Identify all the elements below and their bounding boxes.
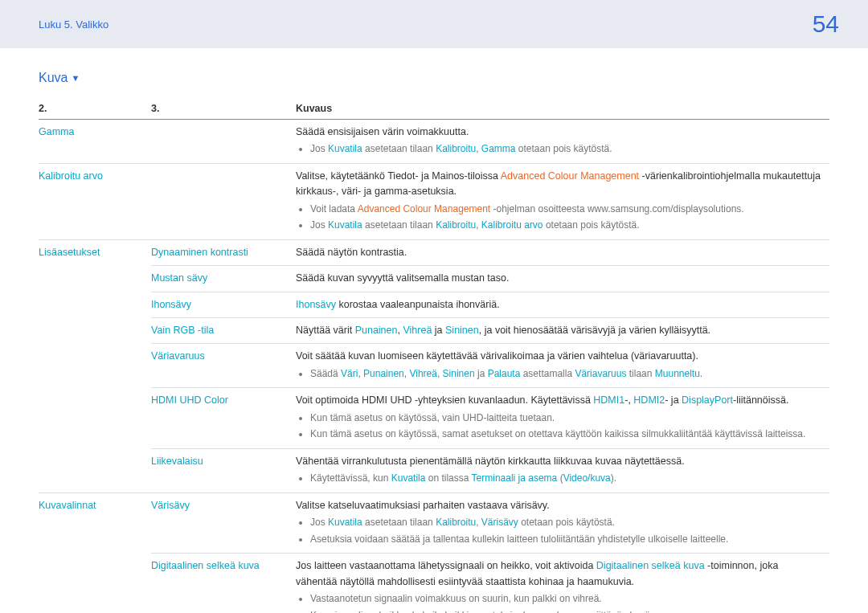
sub-dynaaminen-kontrasti: Dynaaminen kontrasti [151, 239, 296, 265]
sub-vain-rgb: Vain RGB -tila [151, 318, 296, 344]
sub-mustan-savy: Mustan sävy [151, 266, 296, 292]
desc-mustan-savy: Säädä kuvan syvyyttä valitsemalla mustan… [296, 266, 829, 292]
chevron-down-icon: ▼ [71, 73, 80, 83]
sub-variavaruus: Väriavaruus [151, 344, 296, 388]
table-row: Vain RGB -tila Näyttää värit Punainen, V… [39, 318, 829, 344]
desc-dynaaminen-kontrasti: Säädä näytön kontrastia. [296, 239, 829, 265]
table-row: Väriavaruus Voit säätää kuvan luomiseen … [39, 344, 829, 388]
col-header-2: 2. [39, 98, 151, 120]
col-header-3: 3. [151, 98, 296, 120]
sub-liikevalaisu: Liikevalaisu [151, 448, 296, 492]
table-row: Mustan sävy Säädä kuvan syvyyttä valitse… [39, 266, 829, 292]
page-number: 54 [813, 10, 839, 38]
setting-gamma: Gamma [39, 120, 151, 164]
table-row: Digitaalinen selkeä kuva Jos laitteen va… [39, 554, 829, 613]
table-row: Liikevalaisu Vähentää virrankulutusta pi… [39, 448, 829, 492]
desc-ihonsavy: Ihonsävy korostaa vaaleanpunaista ihonvä… [296, 292, 829, 317]
section-title: Kuva ▼ [39, 71, 829, 85]
settings-table: 2. 3. Kuvaus Gamma Säädä ensisijaisen vä… [39, 98, 829, 613]
table-row: Gamma Säädä ensisijaisen värin voimakkuu… [39, 120, 829, 164]
desc-digitaalinen-selkea-kuva: Jos laitteen vastaanottama lähetyssignaa… [296, 554, 829, 613]
desc-kalibroitu-arvo: Valitse, käytetäänkö Tiedot- ja Mainos-t… [296, 163, 829, 239]
setting-lisaasetukset: Lisäasetukset [39, 239, 151, 492]
desc-vain-rgb: Näyttää värit Punainen, Vihreä ja Sinine… [296, 318, 829, 344]
table-row: HDMI UHD Color Voit optimoida HDMI UHD -… [39, 388, 829, 449]
table-row: Kalibroitu arvo Valitse, käytetäänkö Tie… [39, 163, 829, 239]
col-header-desc: Kuvaus [296, 98, 829, 120]
sub-varisavy: Värisävy [151, 492, 296, 554]
desc-liikevalaisu: Vähentää virrankulutusta pienentämällä n… [296, 448, 829, 492]
desc-variavaruus: Voit säätää kuvan luomiseen käytettävää … [296, 344, 829, 388]
setting-kalibroitu-arvo: Kalibroitu arvo [39, 163, 151, 239]
desc-gamma: Säädä ensisijaisen värin voimakkuutta. J… [296, 120, 829, 164]
sub-digitaalinen-selkea-kuva: Digitaalinen selkeä kuva [151, 554, 296, 613]
table-row: Lisäasetukset Dynaaminen kontrasti Säädä… [39, 239, 829, 265]
sub-ihonsavy: Ihonsävy [151, 292, 296, 317]
page-header: Luku 5. Valikko 54 [0, 0, 868, 48]
sub-hdmi-uhd-color: HDMI UHD Color [151, 388, 296, 449]
desc-hdmi-uhd-color: Voit optimoida HDMI UHD -yhteyksien kuva… [296, 388, 829, 449]
breadcrumb: Luku 5. Valikko [39, 18, 108, 31]
desc-varisavy: Valitse katseluvaatimuksiasi parhaiten v… [296, 492, 829, 554]
table-row: Ihonsävy Ihonsävy korostaa vaaleanpunais… [39, 292, 829, 317]
table-row: Kuvavalinnat Värisävy Valitse katseluvaa… [39, 492, 829, 554]
section-title-text: Kuva [39, 71, 68, 85]
page-content: Kuva ▼ 2. 3. Kuvaus Gamma Säädä ensisija… [0, 48, 868, 613]
setting-kuvavalinnat: Kuvavalinnat [39, 492, 151, 613]
